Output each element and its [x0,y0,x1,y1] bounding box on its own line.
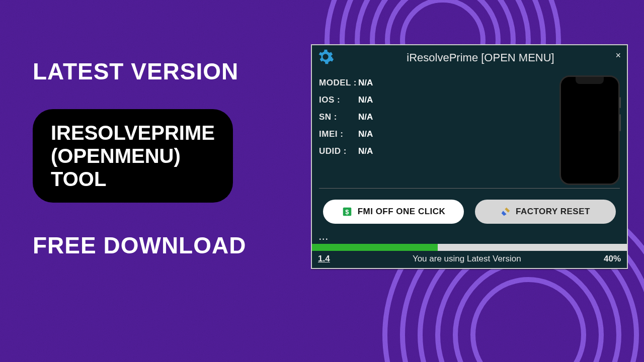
version-label: 1.4 [318,254,330,264]
app-window: iResolvePrime [OPEN MENU] × MODEL : N/A … [311,44,628,269]
app-title: iResolvePrime [OPEN MENU] [339,51,622,64]
row-imei: IMEI : N/A [319,129,552,139]
progress-bar [312,244,627,251]
promo-subheader: FREE DOWNLOAD [33,232,246,259]
action-bar: $ FMI OFF ONE CLICK FACTORY RESET [312,189,627,233]
fmi-off-button[interactable]: $ FMI OFF ONE CLICK [323,200,464,224]
label-model: MODEL : [319,78,358,88]
progress-percent: 40% [604,254,621,264]
label-imei: IMEI : [319,129,358,139]
value-sn: N/A [358,112,373,122]
device-info-panel: MODEL : N/A IOS : N/A SN : N/A IMEI : N/… [319,74,552,185]
gear-icon[interactable] [317,48,334,67]
value-imei: N/A [358,129,373,139]
close-icon[interactable]: × [615,50,621,61]
progress-fill [312,244,438,251]
value-ios: N/A [358,95,373,105]
promo-line-1: IRESOLVEPRIME [51,121,215,144]
device-image-placeholder [559,75,620,185]
row-ios: IOS : N/A [319,95,552,105]
dollar-icon: $ [342,206,353,217]
label-udid: UDID : [319,146,358,156]
row-model: MODEL : N/A [319,78,552,88]
fmi-off-label: FMI OFF ONE CLICK [358,207,446,217]
titlebar[interactable]: iResolvePrime [OPEN MENU] × [312,45,627,69]
promo-title-pill: IRESOLVEPRIME (OPENMENU) TOOL [33,109,233,203]
value-udid: N/A [358,146,373,156]
row-udid: UDID : N/A [319,146,552,156]
promo-block: LATEST VERSION IRESOLVEPRIME (OPENMENU) … [33,58,246,259]
label-sn: SN : [319,112,358,122]
status-bar: 1.4 You are using Latest Version 40% [312,251,627,268]
promo-line-2: (OPENMENU) [51,144,215,167]
factory-reset-label: FACTORY RESET [516,207,590,217]
status-ellipsis: ... [312,233,627,244]
label-ios: IOS : [319,95,358,105]
value-model: N/A [358,78,373,88]
status-message: You are using Latest Version [330,254,604,264]
promo-line-3: TOOL [51,167,215,191]
promo-header: LATEST VERSION [33,58,246,85]
broom-icon [501,207,511,217]
factory-reset-button[interactable]: FACTORY RESET [475,200,616,224]
svg-text:$: $ [345,208,349,216]
row-sn: SN : N/A [319,112,552,122]
